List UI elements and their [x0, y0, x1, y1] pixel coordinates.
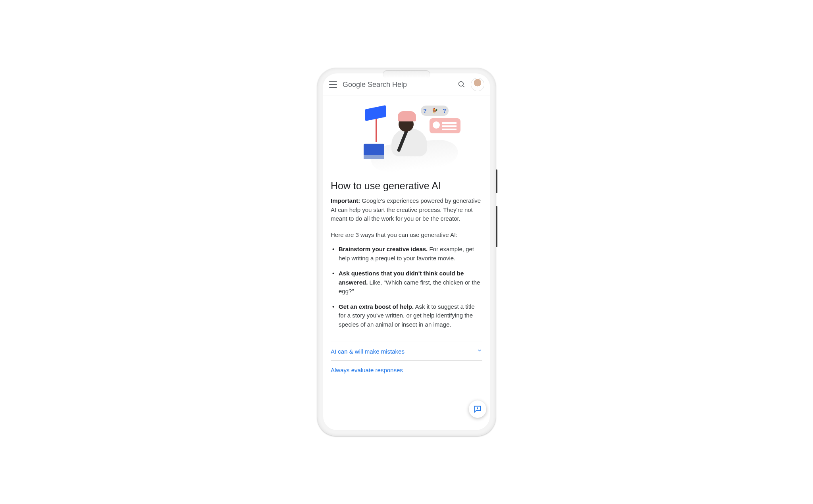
- avatar[interactable]: [471, 78, 484, 91]
- phone-frame: Google Search Help: [317, 68, 496, 436]
- phone-side-button-1: [496, 169, 497, 193]
- hero-illustration: ?🐓?: [331, 96, 482, 173]
- accordion: AI can & will make mistakes Always evalu…: [331, 342, 482, 379]
- list-item: Get an extra boost of help. Ask it to su…: [331, 302, 482, 336]
- menu-icon[interactable]: [329, 81, 337, 88]
- list-item: Brainstorm your creative ideas. For exam…: [331, 245, 482, 269]
- lead-paragraph: Important: Google's experiences powered …: [331, 196, 482, 223]
- question-bubble-icon: ?🐓?: [421, 106, 449, 116]
- feedback-icon: [473, 405, 482, 414]
- svg-point-0: [459, 82, 464, 87]
- important-label: Important:: [331, 197, 360, 204]
- list-item: Ask questions that you didn't think coul…: [331, 269, 482, 302]
- signpost-icon: [365, 105, 386, 121]
- chevron-down-icon: [477, 348, 482, 355]
- accordion-label: AI can & will make mistakes: [331, 348, 405, 355]
- info-card-icon: [430, 118, 460, 133]
- page-title: How to use generative AI: [331, 180, 482, 192]
- accordion-item-evaluate[interactable]: Always evaluate responses: [331, 361, 482, 379]
- intro-text: Here are 3 ways that you can use generat…: [331, 231, 482, 240]
- accordion-item-mistakes[interactable]: AI can & will make mistakes: [331, 342, 482, 361]
- svg-point-3: [477, 410, 478, 410]
- screen: Google Search Help: [323, 73, 490, 431]
- tip-bold: Get an extra boost of help.: [339, 303, 414, 310]
- app-bar: Google Search Help: [323, 73, 490, 96]
- tip-bold: Brainstorm your creative ideas.: [339, 246, 428, 252]
- feedback-button[interactable]: [469, 400, 486, 418]
- svg-line-1: [463, 86, 464, 87]
- content-scroll[interactable]: ?🐓? How to use generative AI Important: …: [323, 96, 490, 431]
- app-title: Google Search Help: [343, 81, 452, 89]
- search-icon[interactable]: [458, 81, 466, 88]
- tips-list: Brainstorm your creative ideas. For exam…: [331, 245, 482, 335]
- accordion-label: Always evaluate responses: [331, 367, 403, 373]
- phone-side-button-2: [496, 206, 497, 247]
